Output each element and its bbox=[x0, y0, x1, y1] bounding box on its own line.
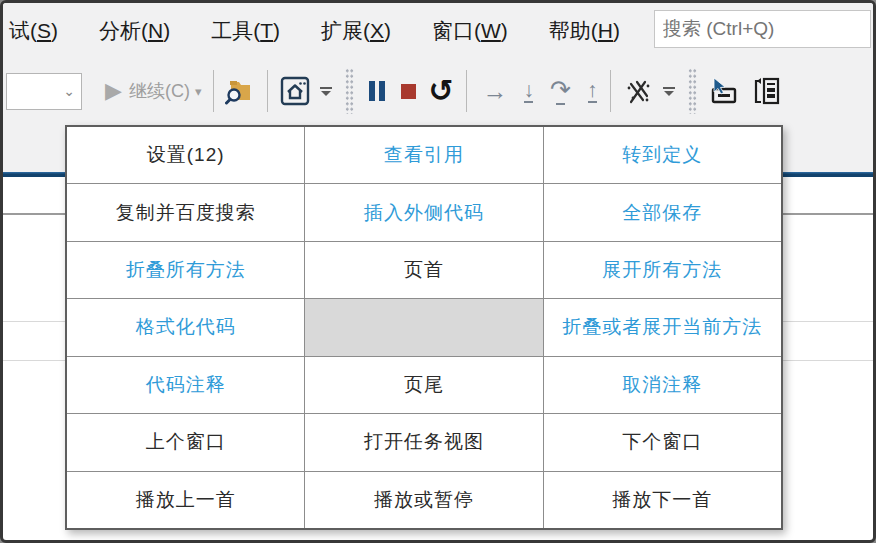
grid-cell-command[interactable]: 设置(12) bbox=[67, 127, 304, 183]
toolbar-grip-handle[interactable] bbox=[688, 68, 697, 114]
toolbar-separator bbox=[610, 70, 611, 112]
chevron-down-icon: ⌄ bbox=[63, 83, 75, 99]
grid-cell-command[interactable]: 上个窗口 bbox=[67, 414, 304, 470]
restart-icon[interactable]: ↺ bbox=[428, 76, 453, 106]
select-element-icon[interactable] bbox=[706, 76, 740, 106]
menu-item[interactable]: 分析(N) bbox=[99, 17, 170, 45]
grid-cell-command[interactable]: 代码注释 bbox=[67, 357, 304, 413]
grid-cell-command[interactable]: 复制并百度搜索 bbox=[67, 184, 304, 240]
menu-item[interactable]: 帮助(H) bbox=[549, 17, 620, 45]
grid-cell-command[interactable]: 打开任务视图 bbox=[305, 414, 542, 470]
grid-cell-command[interactable]: 格式化代码 bbox=[67, 299, 304, 355]
grid-cell-command[interactable]: 播放下一首 bbox=[544, 472, 781, 528]
step-over-icon[interactable]: → bbox=[483, 79, 508, 104]
menu-bar: 试(S) 分析(N) 工具(T) 扩展(X) 窗口(W) 帮助(H) bbox=[9, 3, 620, 58]
grid-cell-command[interactable]: 下个窗口 bbox=[544, 414, 781, 470]
grid-cell-empty bbox=[305, 299, 542, 355]
app-window: 试(S) 分析(N) 工具(T) 扩展(X) 窗口(W) 帮助(H) ⌄ ▶ 继… bbox=[0, 0, 876, 543]
menu-item[interactable]: 工具(T) bbox=[211, 17, 280, 45]
grid-cell-command[interactable]: 折叠或者展开当前方法 bbox=[544, 299, 781, 355]
toolbar-separator bbox=[213, 70, 214, 112]
grid-cell-command[interactable]: 折叠所有方法 bbox=[67, 242, 304, 298]
step-up-icon[interactable]: ↑ bbox=[587, 79, 598, 103]
grid-cell-command[interactable]: 全部保存 bbox=[544, 184, 781, 240]
toolbar-grip-handle[interactable] bbox=[345, 68, 354, 114]
chevron-down-icon[interactable] bbox=[320, 87, 332, 96]
grid-cell-command[interactable]: 播放或暂停 bbox=[305, 472, 542, 528]
grid-cell-command[interactable]: 页尾 bbox=[305, 357, 542, 413]
stop-icon[interactable] bbox=[401, 84, 416, 99]
grid-cell-command[interactable]: 播放上一首 bbox=[67, 472, 304, 528]
command-grid: 设置(12)查看引用转到定义复制并百度搜索插入外侧代码全部保存折叠所有方法页首展… bbox=[65, 125, 783, 530]
grid-cell-command[interactable]: 查看引用 bbox=[305, 127, 542, 183]
step-out-icon[interactable]: ↷ bbox=[550, 77, 571, 105]
toolbar-combobox[interactable]: ⌄ bbox=[6, 73, 82, 110]
menu-item[interactable]: 窗口(W) bbox=[432, 17, 508, 45]
toolbar-separator bbox=[267, 70, 268, 112]
grid-cell-command[interactable]: 插入外侧代码 bbox=[305, 184, 542, 240]
copy-list-icon[interactable] bbox=[751, 75, 783, 107]
menu-item[interactable]: 试(S) bbox=[9, 17, 58, 45]
toolbar: ⌄ ▶ 继续(C) ▾ bbox=[3, 58, 873, 124]
toolbar-separator bbox=[466, 70, 467, 112]
search-in-folder-icon[interactable] bbox=[225, 77, 255, 105]
code-analysis-icon[interactable] bbox=[623, 76, 653, 106]
chevron-down-icon[interactable]: ▾ bbox=[195, 84, 202, 99]
chevron-down-icon[interactable] bbox=[663, 87, 675, 96]
grid-cell-command[interactable]: 取消注释 bbox=[544, 357, 781, 413]
grid-cell-command[interactable]: 展开所有方法 bbox=[544, 242, 781, 298]
continue-button[interactable]: 继续(C) bbox=[129, 79, 190, 103]
play-icon[interactable]: ▶ bbox=[105, 78, 122, 104]
quick-search-box[interactable] bbox=[654, 10, 871, 48]
pause-icon[interactable] bbox=[369, 81, 385, 101]
home-icon[interactable] bbox=[280, 76, 310, 106]
step-into-icon[interactable]: ↓ bbox=[524, 79, 535, 103]
grid-cell-command[interactable]: 页首 bbox=[305, 242, 542, 298]
search-input[interactable] bbox=[655, 18, 870, 40]
grid-cell-command[interactable]: 转到定义 bbox=[544, 127, 781, 183]
menu-item[interactable]: 扩展(X) bbox=[321, 17, 391, 45]
